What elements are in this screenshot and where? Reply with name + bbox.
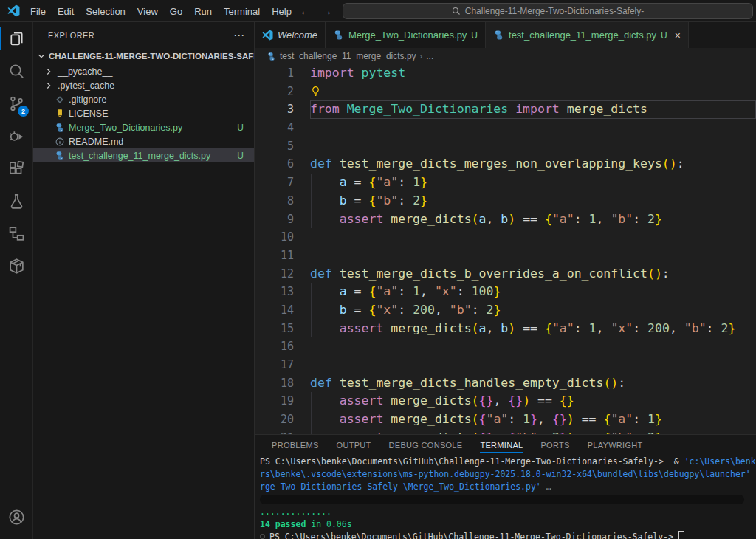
- chevron-right-icon: ›: [420, 52, 423, 61]
- menu-file[interactable]: File: [24, 4, 52, 19]
- line-number: 18: [255, 374, 310, 393]
- menu-terminal[interactable]: Terminal: [218, 4, 266, 19]
- code-line-16: 16: [255, 337, 756, 356]
- chevron-right-icon: [44, 66, 54, 77]
- menu-bar: FileEditSelectionViewGoRunTerminalHelp: [24, 4, 298, 18]
- tab-test-challenge-11-merge-dicts-py[interactable]: test_challenge_11_merge_dicts.pyU×: [486, 22, 689, 48]
- line-content: assert merge_dicts({"a": 1}, {}) == {"a"…: [310, 411, 756, 429]
- line-content: assert merge_dicts(a, b) == {"a": 1, "x"…: [310, 320, 756, 338]
- forward-arrow-icon[interactable]: →: [321, 4, 332, 17]
- activity-containers-icon[interactable]: [0, 250, 32, 282]
- activity-run-debug-icon[interactable]: [0, 120, 32, 152]
- code-line-19: 19 assert merge_dicts({}, {}) == {}: [255, 392, 756, 411]
- line-number: 3: [255, 100, 310, 119]
- code-line-10: 10: [255, 228, 756, 247]
- tab-welcome[interactable]: Welcome: [255, 22, 326, 48]
- menu-run[interactable]: Run: [188, 4, 218, 19]
- tree-item-test-challenge-11-merge-dicts-py[interactable]: test_challenge_11_merge_dicts.pyU: [33, 148, 254, 162]
- tree-item-label: test_challenge_11_merge_dicts.py: [69, 151, 210, 161]
- code-line-14: 14 b = {"x": 200, "b": 2}: [255, 301, 756, 320]
- panel-tab-ports[interactable]: PORTS: [540, 437, 569, 453]
- menu-help[interactable]: Help: [266, 4, 298, 19]
- code-line-1: 1import pytest: [255, 64, 756, 83]
- terminal-line: rge-Two-Dictionaries-Safely-\Merge_Two_D…: [260, 481, 756, 493]
- panel-tab-problems[interactable]: PROBLEMS: [272, 437, 319, 453]
- explorer-title: EXPLORER: [48, 31, 94, 40]
- code-line-2: 2: [255, 83, 756, 101]
- menu-selection[interactable]: Selection: [80, 4, 131, 19]
- menu-view[interactable]: View: [131, 4, 164, 19]
- git-status-badge: U: [237, 123, 244, 133]
- readme-file-icon: [54, 137, 65, 147]
- terminal-line: rs\benke\.vscode\extensions\ms-python.de…: [260, 468, 756, 481]
- lightbulb-icon[interactable]: [310, 86, 321, 97]
- line-content: def test_merge_dicts_merges_non_overlapp…: [310, 155, 756, 174]
- line-number: 1: [255, 64, 310, 83]
- tree-item-label: .gitignore: [69, 95, 106, 105]
- activity-search-icon[interactable]: [0, 55, 32, 87]
- tree-item-label: README.md: [69, 137, 123, 147]
- activity-bar: 2: [0, 22, 33, 539]
- terminal-line: PS C:\Users\benke\Documents\GitHub\Chall…: [260, 531, 756, 539]
- line-content: assert merge_dicts({}, {}) == {}: [310, 392, 756, 411]
- tree-item-license[interactable]: LICENSE: [33, 106, 254, 120]
- tree-item--pycache-[interactable]: __pycache__: [33, 64, 254, 78]
- command-center-search[interactable]: Challenge-11-Merge-Two-Dictionaries-Safe…: [343, 3, 753, 19]
- git-status-badge: U: [237, 151, 244, 161]
- more-actions-icon[interactable]: ⋯: [233, 29, 245, 42]
- line-number: 20: [255, 411, 310, 429]
- panel-tab-playwright[interactable]: PLAYWRIGHT: [588, 437, 643, 453]
- line-content: [310, 83, 756, 101]
- tree-item--pytest-cache[interactable]: .pytest_cache: [33, 78, 254, 92]
- terminal-obscured-band: [260, 495, 744, 504]
- line-number: 12: [255, 265, 310, 284]
- code-line-11: 11: [255, 247, 756, 265]
- tree-item-merge-two-dictionaries-py[interactable]: Merge_Two_Dictionaries.pyU: [33, 120, 254, 134]
- breadcrumb-tail[interactable]: ...: [426, 51, 433, 61]
- line-number: 13: [255, 283, 310, 301]
- python-file-icon: [267, 52, 276, 61]
- terminal[interactable]: PS C:\Users\benke\Documents\GitHub\Chall…: [255, 454, 756, 539]
- tab-merge-two-dictionaries-py[interactable]: Merge_Two_Dictionaries.pyU: [326, 22, 486, 48]
- activity-extensions-icon[interactable]: [0, 152, 32, 185]
- line-content: b = {"x": 200, "b": 2}: [310, 301, 756, 320]
- tree-item--gitignore[interactable]: .gitignore: [33, 92, 254, 106]
- close-icon[interactable]: ×: [675, 30, 681, 41]
- menu-edit[interactable]: Edit: [52, 4, 80, 19]
- code-line-12: 12def test_merge_dicts_b_overrides_a_on_…: [255, 265, 756, 284]
- title-bar: FileEditSelectionViewGoRunTerminalHelp ←…: [0, 0, 756, 22]
- line-number: 4: [255, 119, 310, 137]
- activity-explorer-icon[interactable]: [0, 22, 32, 55]
- back-arrow-icon[interactable]: ←: [300, 4, 311, 17]
- panel-tab-terminal[interactable]: TERMINAL: [480, 437, 523, 453]
- command-decoration-icon[interactable]: [260, 534, 265, 539]
- search-value: Challenge-11-Merge-Two-Dictionaries-Safe…: [465, 6, 645, 16]
- activity-references-icon[interactable]: [0, 217, 32, 250]
- python-file-icon: [54, 151, 65, 161]
- panel-tab-debug-console[interactable]: DEBUG CONSOLE: [389, 437, 463, 453]
- line-content: [310, 228, 756, 247]
- terminal-line: PS C:\Users\benke\Documents\GitHub\Chall…: [260, 456, 756, 468]
- code-line-13: 13 a = {"a": 1, "x": 100}: [255, 283, 756, 301]
- line-content: [310, 137, 756, 156]
- menu-go[interactable]: Go: [164, 4, 188, 19]
- activity-account-icon[interactable]: [0, 501, 32, 533]
- breadcrumb-file[interactable]: test_challenge_11_merge_dicts.py: [280, 51, 416, 61]
- line-content: a = {"a": 1, "x": 100}: [310, 283, 756, 301]
- tree-item-label: __pycache__: [58, 66, 112, 77]
- code-line-8: 8 b = {"b": 2}: [255, 192, 756, 210]
- tab-dirty-badge: U: [471, 30, 478, 41]
- explorer-root-folder[interactable]: CHALLENGE-11-MERGE-TWO-DICTIONARIES-SAFE…: [33, 48, 254, 64]
- panel-tab-output[interactable]: OUTPUT: [337, 437, 371, 453]
- root-folder-label: CHALLENGE-11-MERGE-TWO-DICTIONARIES-SAFE…: [49, 52, 254, 61]
- code-editor[interactable]: 1import pytest23from Merge_Two_Dictionar…: [255, 64, 756, 434]
- terminal-cursor: [678, 531, 684, 539]
- code-line-4: 4: [255, 119, 756, 137]
- activity-testing-icon[interactable]: [0, 185, 32, 217]
- line-number: 17: [255, 356, 310, 374]
- activity-source-control-icon[interactable]: 2: [0, 87, 32, 120]
- license-file-icon: [54, 109, 65, 119]
- tree-item-readme-md[interactable]: README.md: [33, 134, 254, 148]
- tree-item-label: LICENSE: [69, 109, 109, 119]
- line-content: def test_merge_dicts_handles_empty_dicts…: [310, 374, 756, 393]
